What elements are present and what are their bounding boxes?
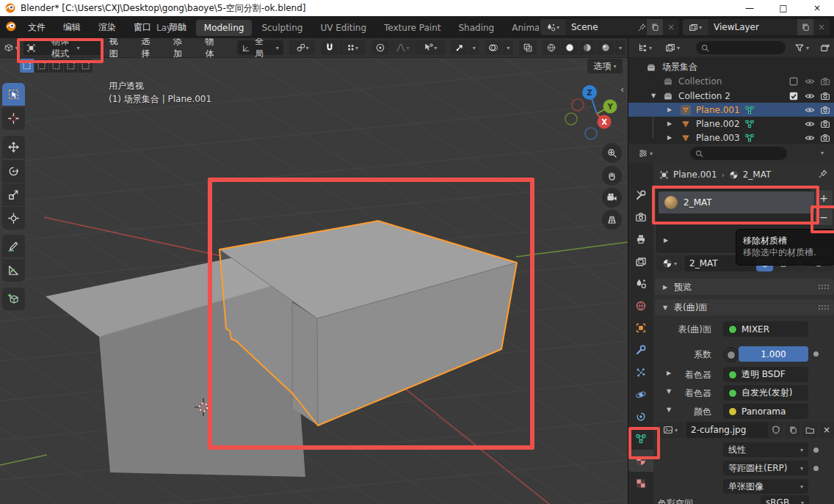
- viewport-menu-选择[interactable]: 选择: [134, 38, 166, 60]
- decorator-dot[interactable]: [813, 466, 819, 471]
- properties-tab-scene[interactable]: [628, 273, 653, 295]
- outliner-editor-type-button[interactable]: ▾: [632, 40, 657, 55]
- shading-material-button[interactable]: [579, 40, 597, 55]
- properties-tab-data[interactable]: [628, 428, 653, 450]
- gizmos-dropdown[interactable]: ▾: [451, 40, 479, 55]
- scene-copy-button[interactable]: [647, 19, 663, 35]
- shading-solid-button[interactable]: [561, 40, 579, 55]
- properties-tab-particles[interactable]: [628, 362, 653, 384]
- proportional-edit-toggle[interactable]: [371, 40, 389, 55]
- tab-uv-editing[interactable]: UV Editing: [312, 20, 374, 36]
- viewport-menu-视图[interactable]: 视图: [102, 38, 134, 60]
- viewlayer-copy-button[interactable]: [797, 19, 813, 35]
- scene-name[interactable]: Scene: [565, 22, 637, 32]
- tab-animation[interactable]: Animation: [504, 20, 539, 36]
- maximize-button[interactable]: □: [766, 0, 800, 16]
- snap-with-dropdown[interactable]: ▾: [339, 40, 366, 55]
- camera-view-button[interactable]: [602, 188, 622, 208]
- viewlayer-selector[interactable]: ▾ ViewLayer ×: [683, 19, 830, 35]
- breadcrumb-material[interactable]: 2_MAT: [743, 169, 772, 180]
- open-image-button[interactable]: [802, 422, 818, 438]
- browse-material-button[interactable]: ▾: [656, 255, 683, 271]
- outliner-filter-button[interactable]: ▾: [788, 40, 815, 55]
- zoom-button[interactable]: [602, 143, 622, 163]
- dropdown-线性[interactable]: 线性▾: [723, 442, 808, 457]
- gizmo-neg-x[interactable]: [572, 99, 584, 111]
- new-collection-button[interactable]: [817, 40, 833, 55]
- shading-rendered-button[interactable]: [597, 40, 614, 55]
- properties-tab-render[interactable]: [628, 206, 653, 228]
- scene-unlink-button[interactable]: ×: [663, 19, 679, 35]
- tool-cursor[interactable]: [2, 107, 25, 130]
- falloff-dropdown[interactable]: ▾: [390, 40, 416, 55]
- overlays-dropdown[interactable]: ▾: [485, 40, 514, 55]
- drag-dots-icon[interactable]: [818, 284, 830, 290]
- tool-scale[interactable]: [2, 183, 25, 206]
- viewport-menu-添加[interactable]: 添加: [166, 38, 198, 60]
- viewport-menu-物体[interactable]: 物体: [198, 38, 231, 60]
- add-slot-button[interactable]: +: [814, 189, 833, 207]
- render-toggle[interactable]: [820, 119, 830, 129]
- tool-add-cube[interactable]: [2, 288, 25, 310]
- properties-options-dropdown[interactable]: ▾: [821, 150, 824, 156]
- scene-browse-button[interactable]: ▾: [540, 19, 565, 35]
- browse-image-button[interactable]: ▾: [656, 422, 684, 438]
- properties-tab-texture[interactable]: [628, 472, 653, 494]
- outliner-row-plane-002[interactable]: ▶ Plane.002: [628, 117, 834, 131]
- xray-toggle[interactable]: [519, 40, 537, 55]
- menu-文件[interactable]: 文件: [19, 16, 54, 38]
- render-toggle[interactable]: [820, 133, 830, 143]
- gizmo-neg-z[interactable]: [585, 128, 597, 139]
- tool-transform[interactable]: [2, 207, 25, 230]
- tool-move[interactable]: [2, 136, 25, 158]
- tab-texture-paint[interactable]: Texture Paint: [376, 20, 449, 36]
- panel-surface[interactable]: ▼表(曲)面: [655, 299, 834, 315]
- outliner-display-mode-button[interactable]: ▾: [660, 40, 685, 55]
- breadcrumb-object[interactable]: Plane.001: [673, 169, 717, 180]
- render-toggle[interactable]: [820, 76, 830, 87]
- select-invert-button[interactable]: [64, 59, 78, 73]
- snap-toggle[interactable]: [321, 40, 338, 55]
- outliner-row-plane-003[interactable]: ▶ Plane.003: [628, 131, 834, 145]
- dropdown-单张图像[interactable]: 单张图像▾: [723, 479, 808, 494]
- hide-toggle[interactable]: [805, 133, 815, 143]
- outliner-row-scene-collection[interactable]: 场景集合: [628, 60, 834, 74]
- properties-editor-type-button[interactable]: ▾: [633, 146, 658, 161]
- close-button[interactable]: ×: [800, 0, 834, 16]
- minimize-button[interactable]: —: [733, 0, 766, 16]
- colorspace-dropdown[interactable]: sRGB▾: [761, 495, 809, 504]
- properties-search-input[interactable]: [690, 147, 787, 160]
- render-toggle[interactable]: [820, 105, 830, 115]
- factor-slider[interactable]: 1.000: [739, 346, 808, 362]
- outliner-search-input[interactable]: [696, 41, 786, 54]
- properties-tab-world[interactable]: [628, 295, 653, 317]
- shader-field[interactable]: 透明 BSDF: [723, 367, 808, 382]
- navigation-gizmo[interactable]: Z Y X: [554, 78, 628, 148]
- properties-tab-constraints[interactable]: [628, 406, 653, 428]
- visibility-dropdown[interactable]: ▾: [416, 40, 445, 55]
- checkbox-checked-icon[interactable]: [788, 91, 799, 101]
- pin-icon[interactable]: [637, 23, 647, 32]
- tab-sculpting[interactable]: Sculpting: [253, 20, 311, 36]
- tool-select-box[interactable]: [2, 83, 25, 106]
- blender-menu-icon[interactable]: [5, 21, 17, 32]
- outliner-row-collection-2[interactable]: ▼ Collection 2: [628, 89, 834, 103]
- shader-field[interactable]: MIXER: [723, 321, 808, 337]
- transform-orientation-dropdown[interactable]: 全局▾: [237, 40, 283, 55]
- menu-渲染[interactable]: 渲染: [90, 16, 125, 38]
- editor-type-button[interactable]: ▾: [0, 40, 22, 55]
- options-dropdown[interactable]: 选项▾: [587, 59, 623, 73]
- menu-编辑[interactable]: 编辑: [54, 16, 90, 38]
- outliner-row-collection[interactable]: Collection: [628, 74, 834, 88]
- dropdown-等距圆柱(ERP)[interactable]: 等距圆柱(ERP)▾: [723, 461, 808, 475]
- properties-tab-view-layer[interactable]: [628, 251, 653, 273]
- hide-toggle[interactable]: [805, 119, 815, 129]
- render-toggle[interactable]: [820, 91, 830, 101]
- tab-modeling[interactable]: Modeling: [196, 20, 253, 36]
- shading-dropdown[interactable]: ▾: [615, 40, 626, 55]
- material-slot[interactable]: 2_MAT: [659, 191, 814, 213]
- properties-tab-modifiers[interactable]: [628, 339, 653, 361]
- image-fake-user-button[interactable]: [768, 422, 783, 438]
- hide-toggle[interactable]: [805, 76, 815, 87]
- sidebar-collapse-arrow[interactable]: ‹: [620, 84, 624, 95]
